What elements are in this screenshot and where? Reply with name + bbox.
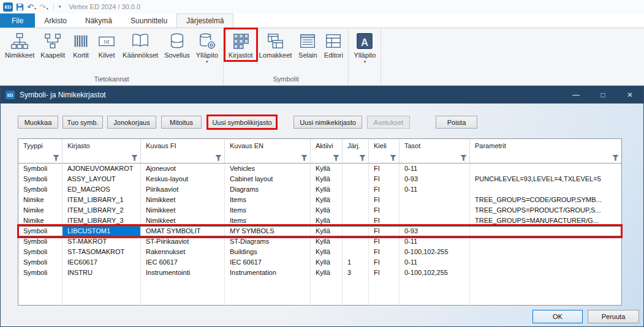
table-cell[interactable]: Kyllä: [311, 195, 343, 205]
column-filter[interactable]: [369, 152, 400, 163]
table-cell[interactable]: 0-100,102,255: [400, 268, 470, 278]
table-cell[interactable]: Kyllä: [311, 205, 343, 216]
table-cell[interactable]: Kyllä: [311, 184, 343, 195]
column-header[interactable]: Kieli: [369, 139, 400, 152]
ribbon-button-editori[interactable]: Editori: [320, 29, 346, 60]
table-cell[interactable]: MY SYMBOLS: [225, 226, 311, 236]
table-cell[interactable]: IEC60617: [63, 257, 141, 268]
poista-button[interactable]: Poista: [436, 116, 477, 129]
table-cell[interactable]: Kyllä: [311, 174, 343, 184]
column-filter[interactable]: [470, 152, 621, 163]
table-row[interactable]: SymboliIEC60617IEC 60617IEC 60617Kyllä1F…: [18, 257, 621, 268]
table-cell[interactable]: [343, 184, 369, 195]
table-cell[interactable]: ITEM_LIBRARY_3: [63, 216, 141, 226]
column-filter[interactable]: [225, 152, 311, 163]
table-cell[interactable]: FI: [369, 174, 400, 184]
table-cell[interactable]: ST-Diagrams: [225, 236, 311, 247]
redo-icon[interactable]: ↷▾: [39, 3, 48, 11]
column-header[interactable]: Tyyppi: [18, 139, 63, 152]
column-filter[interactable]: [400, 152, 470, 163]
table-cell[interactable]: Vehicles: [225, 164, 311, 174]
cancel-button[interactable]: Peruuta: [588, 310, 639, 323]
uusi-symbolikirjasto-button[interactable]: Uusi symbolikirjasto: [208, 116, 276, 129]
table-cell[interactable]: TREE_GROUPS=PRODUCT/GROUP,S...: [470, 205, 621, 216]
table-cell[interactable]: Kyllä: [311, 216, 343, 226]
table-cell[interactable]: [400, 216, 470, 226]
column-header[interactable]: Parametrit: [470, 139, 621, 152]
tab-nakyma[interactable]: Näkymä: [76, 13, 121, 28]
minimize-icon[interactable]: —: [563, 86, 589, 103]
table-cell[interactable]: [343, 226, 369, 236]
ribbon-button-kilvet[interactable]: txt Kilvet: [94, 29, 119, 60]
table-cell[interactable]: PUNCHLEVEL=93,LEVEL=4,TXLEVEL=5: [470, 174, 621, 184]
column-header[interactable]: Kuvaus EN: [225, 139, 311, 152]
ribbon-button-kaapelit[interactable]: Kaapelit: [37, 29, 68, 60]
table-cell[interactable]: Nimikkeet: [141, 216, 225, 226]
table-cell[interactable]: Nimike: [18, 216, 63, 226]
ribbon-button-kaannokset[interactable]: Käännökset: [119, 29, 161, 60]
filter-funnel-icon[interactable]: [53, 155, 59, 161]
ribbon-button-selain[interactable]: Selain: [295, 29, 320, 60]
table-cell[interactable]: ST-Piirikaaviot: [141, 236, 225, 247]
table-cell[interactable]: Symboli: [18, 226, 63, 236]
table-cell[interactable]: Kyllä: [311, 247, 343, 257]
column-filter[interactable]: [63, 152, 141, 163]
ribbon-button-kortit[interactable]: Kortit: [68, 29, 94, 60]
filter-funnel-icon[interactable]: [301, 155, 308, 161]
table-cell[interactable]: Keskus-layout: [141, 174, 225, 184]
table-cell[interactable]: [470, 257, 621, 268]
table-cell[interactable]: Symboli: [18, 184, 63, 195]
table-cell[interactable]: [470, 247, 621, 257]
table-cell[interactable]: Nimikkeet: [141, 205, 225, 216]
table-cell[interactable]: Items: [225, 205, 311, 216]
jonokorjaus-button[interactable]: Jonokorjaus: [107, 116, 156, 129]
table-cell[interactable]: Symboli: [18, 247, 63, 257]
table-cell[interactable]: FI: [369, 247, 400, 257]
filter-funnel-icon[interactable]: [460, 155, 467, 161]
table-cell[interactable]: 0-11: [400, 257, 470, 268]
ribbon-button-nimikkeet[interactable]: Nimikkeet: [2, 29, 37, 60]
table-cell[interactable]: IEC 60617: [225, 257, 311, 268]
tab-suunnittelu[interactable]: Suunnittelu: [121, 13, 176, 28]
table-cell[interactable]: Kyllä: [311, 164, 343, 174]
table-cell[interactable]: [343, 247, 369, 257]
table-cell[interactable]: Instrumentointi: [141, 268, 225, 278]
maximize-icon[interactable]: □: [589, 86, 616, 103]
filter-funnel-icon[interactable]: [390, 155, 396, 161]
table-cell[interactable]: [470, 184, 621, 195]
table-cell[interactable]: AJONEUVOMAKROT: [63, 164, 141, 174]
column-header[interactable]: Aktiivi: [311, 139, 343, 152]
table-cell[interactable]: Symboli: [18, 174, 63, 184]
table-cell[interactable]: [400, 195, 470, 205]
table-cell[interactable]: Symboli: [18, 236, 63, 247]
table-cell[interactable]: FI: [369, 226, 400, 236]
table-row[interactable]: SymboliLIBCUSTOM1OMAT SYMBOLITMY SYMBOLS…: [18, 226, 621, 236]
table-cell[interactable]: Kyllä: [311, 257, 343, 268]
ribbon-button-lomakkeet[interactable]: Lomakkeet: [256, 29, 295, 60]
table-row[interactable]: SymboliED_MACROSPiirikaaviotDiagramsKyll…: [18, 184, 621, 195]
uusi-nimikekirjasto-button[interactable]: Uusi nimikekirjasto: [294, 116, 362, 129]
table-row[interactable]: SymboliAJONEUVOMAKROTAjoneuvotVehiclesKy…: [18, 164, 621, 174]
table-cell[interactable]: FI: [369, 257, 400, 268]
undo-icon[interactable]: ↶▾: [27, 3, 36, 11]
ribbon-button-yllapito-tietokannat[interactable]: Ylläpito ▾: [193, 29, 221, 64]
column-filter[interactable]: [311, 152, 343, 163]
tab-file[interactable]: File: [0, 13, 35, 28]
table-cell[interactable]: [470, 226, 621, 236]
table-cell[interactable]: Symboli: [18, 164, 63, 174]
table-cell[interactable]: ITEM_LIBRARY_2: [63, 205, 141, 216]
filter-funnel-icon[interactable]: [215, 155, 222, 161]
table-cell[interactable]: Buildings: [225, 247, 311, 257]
table-cell[interactable]: Items: [225, 216, 311, 226]
table-cell[interactable]: Kyllä: [311, 226, 343, 236]
table-cell[interactable]: Items: [225, 195, 311, 205]
tuo-symb-button[interactable]: Tuo symb.: [63, 116, 103, 129]
dialog-titlebar[interactable]: ED Symboli- ja Nimikekirjastot — □ ✕: [1, 86, 643, 103]
table-cell[interactable]: [343, 205, 369, 216]
save-icon[interactable]: [16, 3, 24, 11]
mitoitus-button[interactable]: Mitoitus: [161, 116, 202, 129]
table-cell[interactable]: Kyllä: [311, 268, 343, 278]
table-cell[interactable]: FI: [369, 236, 400, 247]
table-cell[interactable]: INSTRU: [63, 268, 141, 278]
table-cell[interactable]: 0-93: [400, 174, 470, 184]
